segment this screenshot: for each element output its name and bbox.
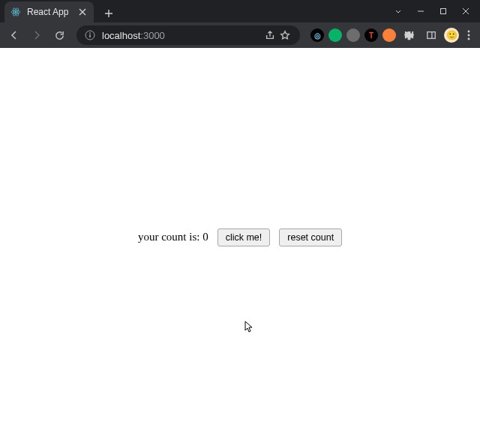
forward-button[interactable]	[27, 25, 46, 45]
svg-rect-0	[441, 9, 446, 14]
svg-rect-7	[89, 32, 91, 34]
counter-app: your count is: 0 click me! reset count	[138, 228, 342, 246]
extension-icon[interactable]	[346, 28, 360, 42]
tab-title: React App	[27, 7, 68, 17]
close-window-icon[interactable]	[454, 0, 477, 22]
address-bar[interactable]: localhost:3000	[76, 25, 300, 45]
url-text: localhost:3000	[102, 30, 165, 41]
reset-count-button[interactable]: reset count	[279, 228, 342, 246]
share-icon[interactable]	[262, 25, 278, 45]
react-favicon-icon	[10, 7, 21, 17]
new-tab-button[interactable]	[100, 4, 118, 22]
svg-rect-6	[89, 34, 91, 37]
extension-icon[interactable]: T	[364, 28, 378, 42]
extension-icon[interactable]	[328, 28, 342, 42]
svg-rect-8	[428, 32, 436, 39]
browser-menu-icon[interactable]	[462, 28, 476, 42]
tab-active[interactable]: React App	[4, 1, 94, 22]
svg-point-1	[15, 11, 16, 13]
maximize-icon[interactable]	[432, 0, 454, 22]
url-host: localhost	[102, 30, 140, 41]
minimize-icon[interactable]	[410, 0, 432, 22]
side-panel-icon[interactable]	[422, 25, 441, 45]
click-me-button[interactable]: click me!	[218, 228, 271, 246]
extensions-puzzle-icon[interactable]	[399, 25, 418, 45]
svg-point-11	[468, 38, 470, 40]
count-label: your count is:	[138, 231, 202, 243]
count-display: your count is: 0	[138, 231, 208, 243]
site-info-icon[interactable]	[84, 29, 96, 41]
url-port: :3000	[140, 30, 165, 41]
extension-icon[interactable]: ◎	[310, 28, 324, 42]
svg-point-10	[468, 34, 470, 37]
page-viewport: your count is: 0 click me! reset count	[0, 48, 480, 426]
svg-point-9	[468, 31, 470, 33]
tab-close-icon[interactable]	[77, 7, 88, 17]
profile-avatar[interactable]: 🙂	[444, 28, 459, 43]
extensions-area: ◎T	[310, 28, 396, 42]
back-button[interactable]	[4, 25, 24, 45]
dropdown-icon[interactable]	[387, 0, 410, 22]
count-value: 0	[202, 231, 208, 243]
browser-window: React App localhost:3000	[0, 0, 480, 426]
browser-toolbar: localhost:3000 ◎T 🙂	[0, 22, 480, 48]
bookmark-star-icon[interactable]	[278, 25, 292, 45]
extension-icon[interactable]	[382, 28, 396, 42]
reload-button[interactable]	[50, 25, 69, 45]
